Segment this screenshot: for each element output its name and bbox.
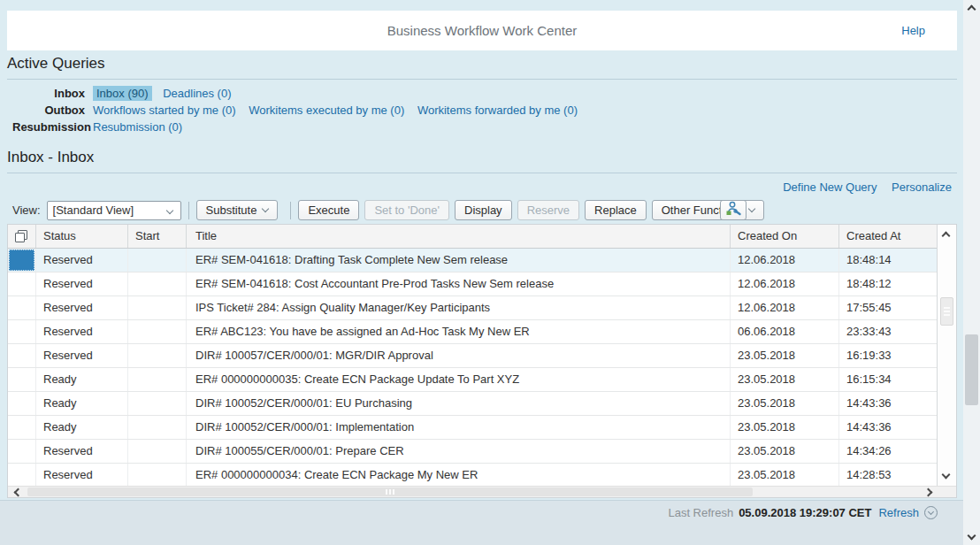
cell-start <box>128 416 187 439</box>
column-header-status[interactable]: Status <box>36 225 128 248</box>
cell-status: Reserved <box>36 320 128 343</box>
personalize-link[interactable]: Personalize <box>892 180 952 194</box>
scroll-right-icon[interactable] <box>924 488 933 497</box>
query-link-resubmission[interactable]: Resubmission (0) <box>93 120 182 134</box>
view-select-value: [Standard View] <box>53 203 134 217</box>
cell-created-on: 23.05.2018 <box>731 368 839 391</box>
query-group-label-outbox: Outbox <box>12 104 85 117</box>
row-select-cell[interactable] <box>8 320 36 343</box>
cell-start <box>128 368 187 391</box>
row-select-cell[interactable] <box>8 296 36 319</box>
replace-button[interactable]: Replace <box>585 200 647 220</box>
row-select-cell[interactable] <box>8 464 36 487</box>
help-link[interactable]: Help <box>901 11 925 50</box>
cell-created-at: 18:48:12 <box>839 272 938 296</box>
table-toolbar: View: [Standard View] Substitute Execute… <box>12 200 769 220</box>
cell-created-at: 17:55:45 <box>839 296 938 319</box>
table-row[interactable]: Reserved ER# ABC123: You have be assigne… <box>8 320 956 344</box>
set-to-done-button: Set to 'Done' <box>364 200 449 220</box>
scrollbar-grip <box>389 489 391 495</box>
refresh-link[interactable]: Refresh <box>878 506 919 519</box>
display-button[interactable]: Display <box>455 200 512 220</box>
cell-status: Reserved <box>36 272 128 296</box>
column-header-start[interactable]: Start <box>128 225 187 248</box>
table-row[interactable]: Reserved DIR# 100055/CER/000/01: Prepare… <box>8 440 956 464</box>
table-row[interactable]: Ready DIR# 100052/CER/000/01: Implementa… <box>8 416 956 440</box>
page-scrollbar-thumb[interactable] <box>965 334 978 405</box>
execute-button[interactable]: Execute <box>298 200 359 220</box>
row-select-cell[interactable] <box>8 440 36 463</box>
page-scroll-up-icon[interactable] <box>968 5 976 14</box>
cell-created-on: 23.05.2018 <box>731 416 839 439</box>
page-vertical-scrollbar[interactable] <box>963 0 980 545</box>
toolbar-separator <box>188 202 189 219</box>
scroll-left-icon[interactable] <box>14 488 23 497</box>
cell-status: Reserved <box>36 440 128 463</box>
other-functions-button[interactable]: Other Functions <box>652 200 765 220</box>
chevron-down-icon <box>262 204 269 211</box>
cell-title: ER# 000000000034: Create ECN Package My … <box>187 464 731 487</box>
workitems-table: Status Start Title Created On Created At… <box>7 224 957 498</box>
substitute-button-label: Substitute <box>206 203 257 217</box>
cell-created-at: 18:48:14 <box>839 249 938 272</box>
table-vertical-scrollbar[interactable] <box>937 225 956 486</box>
table-row[interactable]: Reserved DIR# 100057/CER/000/01: MGR/DIR… <box>8 344 956 368</box>
table-row[interactable]: Reserved ER# SEM-041618: Cost Accountant… <box>8 272 956 296</box>
column-header-created-on[interactable]: Created On <box>731 225 839 248</box>
cell-start <box>128 464 187 487</box>
cell-start <box>128 249 187 272</box>
cell-start <box>128 320 187 343</box>
scroll-down-icon[interactable] <box>942 471 951 480</box>
cell-title: ER# SEM-041618: Drafting Task Complete N… <box>187 249 731 272</box>
query-link-deadlines[interactable]: Deadlines (0) <box>163 87 231 100</box>
chevron-down-icon <box>165 206 172 213</box>
cell-created-on: 12.06.2018 <box>731 249 839 272</box>
scroll-up-icon[interactable] <box>942 232 951 241</box>
cell-start <box>128 440 187 463</box>
row-select-cell[interactable] <box>8 272 36 296</box>
table-row[interactable]: Reserved ER# 000000000034: Create ECN Pa… <box>8 464 956 487</box>
cell-status: Reserved <box>36 464 128 487</box>
person-wrench-icon <box>725 201 742 216</box>
last-refresh-label: Last Refresh <box>668 506 733 519</box>
table-horizontal-scrollbar[interactable] <box>8 486 956 497</box>
column-header-title[interactable]: Title <box>187 225 731 248</box>
cell-created-on: 23.05.2018 <box>731 392 839 415</box>
query-link-workflows-started[interactable]: Workflows started by me (0) <box>93 104 236 117</box>
table-row[interactable]: Ready ER# 000000000035: Create ECN Packa… <box>8 368 956 392</box>
cell-status: Reserved <box>36 296 128 319</box>
table-row[interactable]: Ready DIR# 100052/CER/000/01: EU Purchas… <box>8 392 956 416</box>
chevron-down-icon <box>928 508 934 514</box>
cell-created-at: 23:33:43 <box>839 320 938 343</box>
vertical-scrollbar-thumb[interactable] <box>940 297 953 326</box>
select-all-header-cell[interactable] <box>8 225 36 248</box>
row-select-cell[interactable] <box>8 392 36 415</box>
view-select[interactable]: [Standard View] <box>47 201 181 220</box>
select-all-icon[interactable] <box>15 230 27 242</box>
cell-title: IPS Ticket# 284: Assign Quality Manager/… <box>187 296 731 319</box>
cell-status: Ready <box>36 392 128 415</box>
horizontal-scrollbar-thumb[interactable] <box>27 487 753 496</box>
scrollbar-grip <box>944 314 950 316</box>
query-link-inbox[interactable]: Inbox (90) <box>93 86 152 101</box>
personalize-settings-button[interactable] <box>720 200 746 220</box>
row-select-cell[interactable] <box>8 344 36 367</box>
row-select-cell[interactable] <box>8 249 36 272</box>
substitute-button[interactable]: Substitute <box>196 200 279 220</box>
refresh-options-icon[interactable] <box>924 506 938 519</box>
active-queries-heading: Active Queries <box>7 55 957 80</box>
page: Business Workflow Work Center Help Activ… <box>0 0 980 545</box>
row-select-cell[interactable] <box>8 416 36 439</box>
cell-created-on: 23.05.2018 <box>731 440 839 463</box>
query-actions: Define New Query Personalize <box>771 180 952 194</box>
table-row[interactable]: Reserved ER# SEM-041618: Drafting Task C… <box>8 249 956 272</box>
table-header-row: Status Start Title Created On Created At <box>8 225 956 249</box>
query-link-workitems-executed[interactable]: Workitems executed by me (0) <box>249 104 404 117</box>
column-header-created-at[interactable]: Created At <box>839 225 938 248</box>
define-new-query-link[interactable]: Define New Query <box>783 180 877 194</box>
cell-created-at: 14:43:36 <box>839 392 938 415</box>
query-link-workitems-forwarded[interactable]: Workitems forwarded by me (0) <box>417 104 578 117</box>
table-row[interactable]: Reserved IPS Ticket# 284: Assign Quality… <box>8 296 956 320</box>
row-select-cell[interactable] <box>8 368 36 391</box>
page-scroll-down-icon[interactable] <box>968 532 976 541</box>
